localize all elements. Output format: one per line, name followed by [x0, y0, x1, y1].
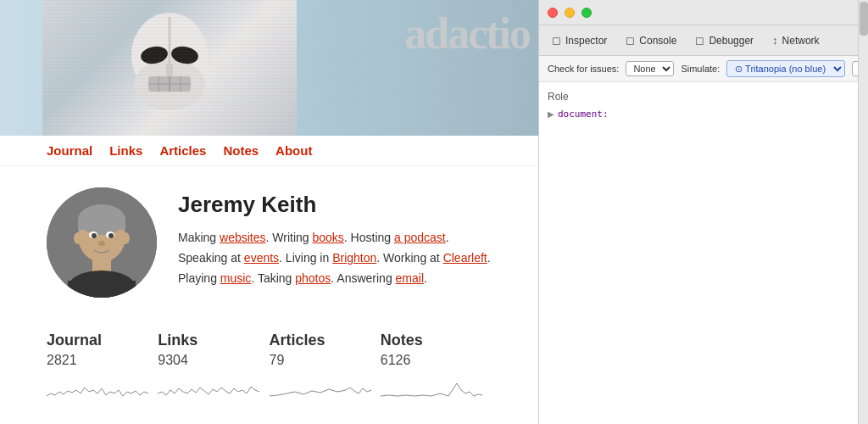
tab-debugger-label: Debugger	[709, 35, 754, 47]
tab-inspector-label: Inspector	[565, 35, 607, 47]
stat-articles-label: Articles	[270, 332, 372, 349]
tab-network[interactable]: ↕ Network	[764, 31, 828, 50]
stat-journal-label: Journal	[47, 332, 149, 349]
nav-links[interactable]: Links	[109, 143, 142, 158]
svg-rect-22	[68, 281, 136, 298]
site-navigation: Journal Links Articles Notes About	[0, 136, 538, 166]
stat-notes-count: 6126	[381, 353, 483, 368]
sparkline-notes	[381, 375, 482, 400]
tab-debugger[interactable]: ◻ Debugger	[687, 31, 762, 50]
stat-journal: Journal 2821	[47, 332, 158, 404]
link-music[interactable]: music	[220, 271, 252, 285]
tab-console[interactable]: ◻ Console	[617, 31, 685, 50]
header-image	[42, 0, 297, 136]
website-area: adactio Journal Links Articles Notes Abo…	[0, 0, 538, 424]
nav-journal[interactable]: Journal	[47, 143, 92, 158]
check-issues-select[interactable]: None	[626, 61, 674, 76]
stat-notes: Notes 6126	[381, 332, 492, 404]
console-icon: ◻	[626, 34, 635, 47]
link-email[interactable]: email	[396, 271, 424, 285]
avatar-image	[47, 187, 157, 298]
devtools-panel: ◻ Inspector ◻ Console ◻ Debugger ↕ Netwo…	[538, 0, 868, 424]
scrollbar-thumb[interactable]	[860, 2, 868, 36]
tab-console-label: Console	[639, 35, 676, 47]
debugger-icon: ◻	[695, 34, 704, 47]
close-button[interactable]	[548, 8, 558, 18]
link-clearleft[interactable]: Clearleft	[443, 251, 487, 265]
stat-journal-count: 2821	[47, 353, 149, 368]
site-header: adactio	[0, 0, 538, 136]
devtools-tabs: ◻ Inspector ◻ Console ◻ Debugger ↕ Netwo…	[539, 25, 868, 56]
minimize-button[interactable]	[565, 8, 575, 18]
svg-point-24	[121, 232, 130, 244]
avatar	[47, 187, 157, 298]
stats-section: Journal 2821 Links 9304 Articles 79 Note…	[0, 319, 538, 404]
nav-about[interactable]: About	[275, 143, 312, 158]
tree-arrow-icon: ▶	[548, 109, 554, 119]
profile-name: Jeremy Keith	[178, 192, 492, 218]
svg-point-23	[74, 232, 82, 244]
svg-point-18	[108, 233, 114, 238]
link-websites[interactable]: websites	[220, 231, 265, 244]
sparkline-journal	[47, 375, 148, 400]
role-header: Role	[539, 86, 868, 107]
nav-articles[interactable]: Articles	[159, 143, 206, 158]
profile-info: Jeremy Keith Making websites. Writing bo…	[178, 187, 492, 288]
stat-notes-label: Notes	[381, 332, 483, 349]
tree-document[interactable]: ▶ document:	[539, 107, 868, 121]
link-events[interactable]: events	[244, 251, 279, 265]
simulate-label: Simulate:	[681, 64, 720, 74]
link-books[interactable]: books	[312, 231, 343, 244]
link-brighton[interactable]: Brighton	[332, 251, 376, 265]
sparkline-links	[158, 375, 259, 400]
stat-articles: Articles 79	[270, 332, 381, 404]
inspector-icon: ◻	[552, 34, 561, 47]
tab-network-label: Network	[782, 35, 820, 47]
profile-section: Jeremy Keith Making websites. Writing bo…	[0, 166, 538, 319]
link-photos[interactable]: photos	[295, 271, 331, 285]
tab-inspector[interactable]: ◻ Inspector	[543, 31, 615, 50]
scan-lines	[42, 0, 297, 136]
stat-links-label: Links	[158, 332, 260, 349]
devtools-toolbar: Check for issues: None Simulate: ⊙ Trita…	[539, 56, 868, 82]
svg-rect-14	[78, 220, 125, 230]
devtools-titlebar	[539, 0, 868, 25]
devtools-content: Role ▶ document:	[539, 82, 868, 424]
site-logo[interactable]: adactio	[404, 8, 530, 59]
svg-point-19	[98, 241, 105, 246]
scrollbar[interactable]	[858, 0, 868, 424]
tree-document-label: document:	[558, 109, 609, 120]
stat-links: Links 9304	[158, 332, 269, 404]
stat-articles-count: 79	[270, 353, 372, 368]
sparkline-articles	[270, 375, 371, 400]
stat-links-count: 9304	[158, 353, 260, 368]
profile-bio: Making websites. Writing books. Hosting …	[178, 228, 492, 288]
nav-notes[interactable]: Notes	[223, 143, 259, 158]
link-podcast[interactable]: a podcast	[394, 231, 446, 244]
network-icon: ↕	[772, 34, 778, 47]
maximize-button[interactable]	[581, 8, 592, 18]
simulate-select[interactable]: ⊙ Tritanopia (no blue)	[726, 60, 845, 77]
svg-point-17	[92, 233, 97, 238]
check-issues-label: Check for issues:	[548, 64, 619, 74]
